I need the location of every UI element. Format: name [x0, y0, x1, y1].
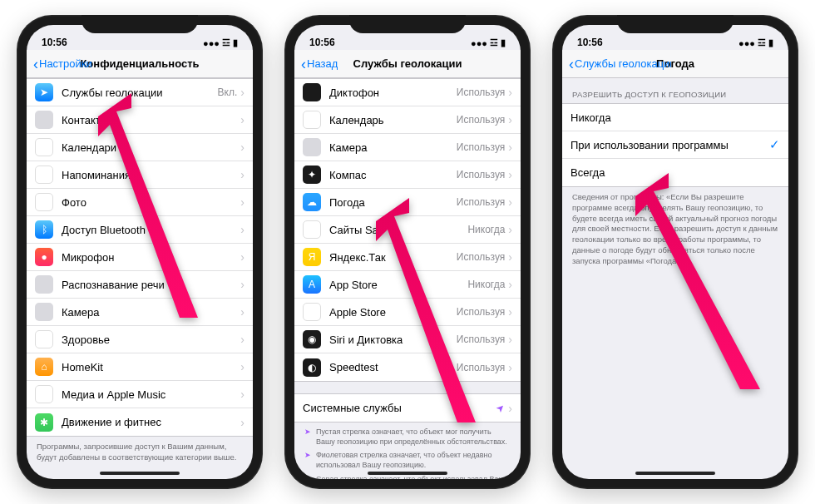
row-value: Используя — [457, 251, 506, 263]
option-label: При использовании программы — [570, 139, 769, 151]
settings-row[interactable]: ᛒДоступ Bluetooth› — [27, 216, 253, 244]
row-label: Напоминания — [62, 169, 237, 181]
battery-icon: ▮ — [768, 37, 773, 48]
settings-row[interactable]: ❁Фото› — [27, 189, 253, 216]
settings-row[interactable]: Календари› — [27, 134, 253, 161]
legend-section: ➤Пустая стрелка означает, что объект мог… — [294, 422, 521, 479]
settings-row[interactable]: Контакты› — [27, 106, 253, 134]
app-location-row[interactable]: ☁ПогодаИспользуя› — [294, 189, 521, 216]
row-label: Распознавание речи — [62, 279, 237, 291]
home-indicator[interactable] — [368, 472, 447, 475]
app-location-row[interactable]: ◐SpeedtestИспользуя› — [294, 353, 521, 381]
appstore-icon: A — [303, 275, 321, 294]
camera-icon — [35, 303, 53, 321]
chevron-right-icon: › — [508, 224, 512, 235]
app-location-row[interactable]: AApp StoreНикогда› — [294, 271, 521, 299]
chevron-right-icon: › — [240, 169, 244, 180]
system-services-label: Системные службы — [303, 402, 496, 414]
chevron-right-icon: › — [508, 196, 512, 208]
homekit-icon: ⌂ — [35, 358, 53, 376]
signal-icon: ●●● — [203, 38, 220, 48]
row-value: Используя — [457, 362, 506, 373]
chevron-left-icon: ‹ — [569, 57, 574, 72]
battery-icon: ▮ — [501, 37, 506, 48]
settings-row[interactable]: ⌂HomeKit› — [27, 353, 253, 381]
bluetooth-icon: ᛒ — [35, 220, 53, 239]
system-services-row[interactable]: Системные службы ➤ › — [294, 394, 521, 422]
settings-row[interactable]: Камера› — [27, 299, 253, 326]
chevron-right-icon: › — [240, 306, 244, 318]
chevron-right-icon: › — [508, 141, 512, 153]
footer-note: Программы, запросившие доступ к Вашим да… — [27, 437, 253, 468]
permission-option[interactable]: Всегда — [562, 159, 788, 186]
chevron-right-icon: › — [508, 251, 512, 263]
back-button[interactable]: ‹ Назад — [301, 57, 338, 72]
app-location-row[interactable]: ◉Siri и ДиктовкаИспользуя› — [294, 326, 521, 353]
row-label: Компас — [329, 169, 457, 181]
row-value: Никогда — [467, 224, 505, 235]
row-value: Используя — [457, 141, 506, 153]
app-location-row[interactable]: КалендарьИспользуя› — [294, 106, 521, 134]
siri-icon: ◉ — [303, 330, 321, 348]
location-icon: ➤ — [35, 83, 53, 101]
photos-icon: ❁ — [35, 193, 53, 211]
chevron-right-icon: › — [508, 279, 512, 290]
contacts-icon — [35, 111, 53, 129]
speech-icon — [35, 275, 53, 294]
nav-bar: ‹ Настройки Конфиденциальность — [27, 50, 253, 78]
notch — [617, 15, 734, 33]
reminders-icon — [35, 166, 53, 184]
chevron-right-icon: › — [240, 141, 244, 153]
row-value: Используя — [457, 196, 506, 208]
wifi-icon: ☲ — [758, 37, 766, 48]
row-label: Диктофон — [329, 86, 457, 99]
back-button[interactable]: ‹ Службы геолокации — [569, 57, 671, 72]
home-indicator[interactable] — [100, 472, 180, 475]
settings-row[interactable]: ●Микрофон› — [27, 244, 253, 271]
chevron-right-icon: › — [240, 196, 244, 208]
app-location-row[interactable]: ЯЯндекс.ТакИспользуя› — [294, 244, 521, 271]
chevron-right-icon: › — [240, 86, 244, 98]
row-label: HomeKit — [62, 361, 237, 373]
row-label: Микрофон — [62, 251, 237, 264]
permission-option[interactable]: Никогда — [562, 104, 788, 131]
settings-row[interactable]: ➤Службы геолокацииВкл.› — [27, 79, 253, 106]
battery-icon: ▮ — [233, 37, 238, 48]
settings-row[interactable]: Напоминания› — [27, 161, 253, 189]
calendar-icon — [35, 138, 53, 156]
status-indicators: ●●● ☲ ▮ — [738, 37, 773, 48]
notch — [349, 15, 466, 33]
legend-arrow-purple-icon: ➤ — [304, 450, 311, 470]
wifi-icon: ☲ — [490, 37, 498, 48]
chevron-left-icon: ‹ — [33, 57, 38, 72]
back-button[interactable]: ‹ Настройки — [33, 57, 92, 72]
yandex-icon: Я — [303, 248, 321, 266]
safari-icon: ✻ — [303, 220, 321, 239]
permission-option[interactable]: При использовании программы✓ — [562, 131, 788, 159]
settings-row[interactable]: ✱Движение и фитнес› — [27, 408, 253, 436]
speedtest-icon: ◐ — [303, 358, 321, 377]
row-label: App Store — [329, 279, 467, 291]
settings-row[interactable]: ♥Здоровье› — [27, 326, 253, 353]
app-location-row[interactable]: ✦КомпасИспользуя› — [294, 161, 521, 189]
home-indicator[interactable] — [635, 472, 715, 475]
app-location-row[interactable]: ДиктофонИспользуя› — [294, 79, 521, 106]
chevron-right-icon: › — [240, 224, 244, 235]
app-location-row[interactable]: ✻Сайты SaНикогда› — [294, 216, 521, 244]
settings-row[interactable]: Распознавание речи› — [27, 271, 253, 299]
microphone-icon: ● — [35, 248, 53, 266]
app-location-row[interactable]: Apple StoreИспользуя› — [294, 299, 521, 326]
chevron-right-icon: › — [240, 251, 244, 263]
row-label: Apple Store — [329, 306, 457, 319]
row-label: Сайты Sa — [329, 224, 467, 236]
settings-row[interactable]: ♫Медиа и Apple Music› — [27, 381, 253, 408]
row-label: Контакты — [62, 114, 237, 126]
legend-text: Фиолетовая стрелка означает, что объект … — [316, 450, 511, 470]
row-label: Службы геолокации — [62, 86, 218, 99]
row-label: Speedtest — [329, 361, 457, 373]
app-location-row[interactable]: КамераИспользуя› — [294, 134, 521, 161]
status-time: 10:56 — [309, 37, 335, 48]
camera-icon — [303, 138, 321, 156]
signal-icon: ●●● — [738, 38, 755, 48]
status-indicators: ●●● ☲ ▮ — [203, 37, 238, 48]
